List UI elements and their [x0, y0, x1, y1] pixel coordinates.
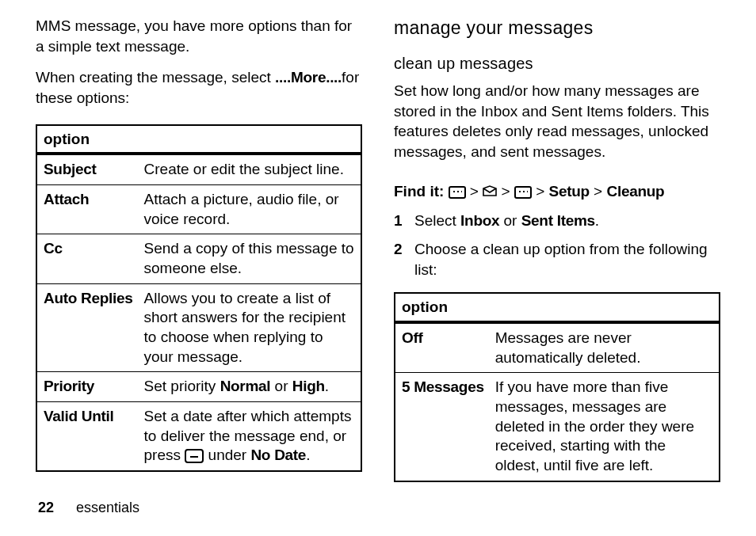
row-desc: Messages are never automatically deleted…: [489, 322, 720, 373]
page-content: MMS message, you have more options than …: [0, 0, 756, 487]
page-number: 22: [38, 500, 54, 515]
table-row: Attach Attach a picture, audio file, or …: [36, 184, 361, 234]
table-row: Cc Send a copy of this message to someon…: [36, 234, 361, 283]
menu-icon: [449, 186, 466, 199]
find-it-label: Find it:: [394, 183, 449, 200]
normal-label: Normal: [220, 378, 271, 394]
heading-manage: manage your messages: [394, 16, 720, 40]
txt: .: [325, 378, 329, 394]
section-name: essentials: [76, 500, 139, 515]
row-desc: Attach a picture, audio file, or voice r…: [138, 184, 361, 234]
intro-paragraph-1: MMS message, you have more options than …: [36, 16, 362, 56]
softkey-icon: [185, 449, 204, 463]
page-footer: 22essentials: [38, 498, 139, 517]
messages-icon: [483, 185, 497, 198]
row-label: Valid Until: [36, 402, 138, 472]
more-label: ....More....: [275, 69, 342, 86]
table-row: Subject Create or edit the subject line.: [36, 154, 361, 184]
table-header: option: [395, 293, 720, 322]
heading-cleanup: clean up messages: [394, 53, 720, 74]
row-label: 5 Messages: [395, 373, 489, 481]
table-row: Auto Replies Allows you to create a list…: [36, 283, 361, 372]
txt: Set priority: [144, 378, 220, 394]
step-1: 1 Select Inbox or Sent Items.: [394, 211, 720, 231]
inbox-label: Inbox: [460, 212, 499, 229]
row-label: Auto Replies: [36, 283, 138, 372]
table-header: option: [36, 125, 361, 154]
table-row: Off Messages are never automatically del…: [395, 322, 720, 373]
table-row: Valid Until Set a date after which attem…: [36, 402, 361, 472]
cleanup-paragraph: Set how long and/or how many messages ar…: [394, 81, 720, 162]
step-2: 2 Choose a clean up option from the foll…: [394, 239, 720, 279]
row-desc: Set priority Normal or High.: [138, 372, 361, 402]
table-row: Priority Set priority Normal or High.: [36, 372, 361, 402]
high-label: High: [292, 378, 325, 394]
menu-icon: [514, 186, 532, 199]
find-it-path: Find it: > > > Setup > Cleanup: [394, 181, 720, 202]
intro-2a: When creating the message, select: [36, 69, 275, 86]
row-desc: If you have more than five messages, mes…: [489, 373, 720, 481]
path-setup: Setup: [549, 183, 590, 200]
txt: or: [270, 378, 292, 394]
row-desc: Create or edit the subject line.: [138, 154, 361, 184]
path-cleanup: Cleanup: [607, 183, 665, 200]
txt: .: [595, 212, 599, 229]
step-number: 2: [394, 239, 403, 279]
row-label: Attach: [36, 184, 138, 234]
sent-items-label: Sent Items: [521, 212, 595, 229]
txt: .: [306, 447, 310, 463]
options-table-left: option Subject Create or edit the subjec…: [36, 124, 362, 473]
step-number: 1: [394, 211, 403, 231]
right-column: manage your messages clean up messages S…: [394, 16, 720, 487]
row-label: Off: [395, 322, 489, 373]
step-text: Choose a clean up option from the follow…: [414, 239, 720, 279]
txt: Select: [414, 212, 460, 229]
step-text: Select Inbox or Sent Items.: [414, 211, 720, 231]
row-desc: Set a date after which attempts to deliv…: [138, 402, 361, 472]
intro-paragraph-2: When creating the message, select ....Mo…: [36, 67, 362, 108]
row-label: Priority: [36, 372, 138, 402]
row-desc: Allows you to create a list of short ans…: [138, 283, 361, 372]
row-desc: Send a copy of this message to someone e…: [138, 234, 361, 283]
left-column: MMS message, you have more options than …: [36, 16, 362, 487]
no-date-label: No Date: [250, 447, 306, 463]
table-row: 5 Messages If you have more than five me…: [395, 373, 720, 481]
options-table-right: option Off Messages are never automatica…: [394, 292, 720, 481]
row-label: Cc: [36, 234, 138, 283]
row-label: Subject: [36, 154, 138, 184]
txt: under: [204, 447, 250, 463]
txt: or: [499, 212, 521, 229]
